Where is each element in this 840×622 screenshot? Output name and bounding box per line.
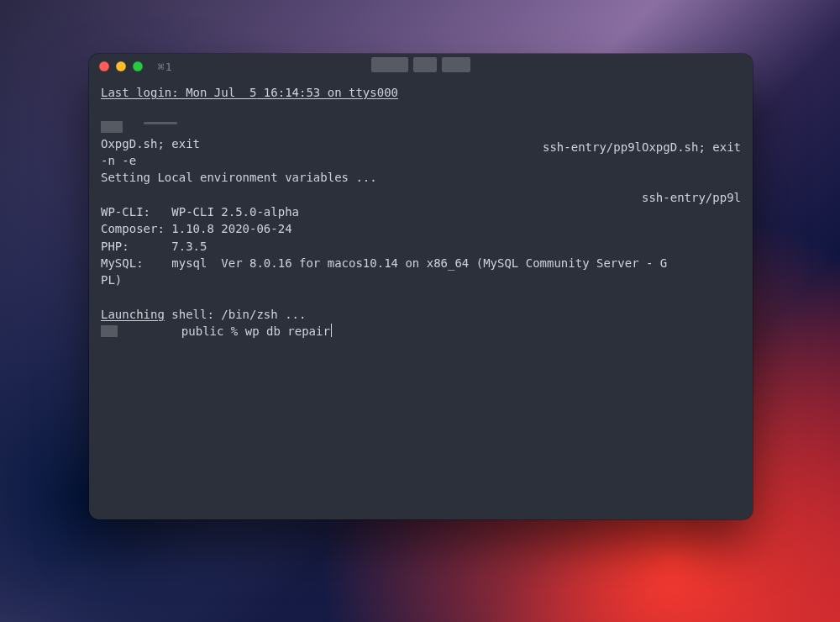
last-login-line: Last login: Mon Jul 5 (101, 86, 256, 99)
line-composer: Composer: 1.10.8 2020-06-24 (101, 222, 292, 235)
tab-label: ⌘1 (158, 61, 173, 73)
line-launching: Launching (101, 308, 165, 321)
shell-prompt[interactable]: public % wp db repair (118, 324, 330, 338)
desktop-background: ⌘1 ssh-entry/pp9lOxpgD.sh; exit ssh-entr… (0, 0, 840, 622)
line-php: PHP: 7.3.5 (101, 240, 207, 253)
title-redactions (371, 57, 470, 72)
line-setenv: Setting Local environment variables ... (101, 171, 377, 184)
line-ne: -n -e (101, 154, 136, 167)
terminal-window[interactable]: ⌘1 ssh-entry/pp9lOxpgD.sh; exit ssh-entr… (89, 54, 753, 519)
line-mysql-2: PL) (101, 273, 122, 287)
window-controls (99, 61, 143, 71)
line-mysql: MySQL: mysql Ver 8.0.16 for macos10.14 o… (101, 256, 667, 270)
text-cursor-icon (331, 324, 332, 337)
line-oxpgd: OxpgD.sh; exit (101, 137, 200, 150)
line-wpcli: WP-CLI: WP-CLI 2.5.0-alpha (101, 205, 299, 219)
close-icon[interactable] (99, 61, 109, 71)
window-titlebar: ⌘1 (89, 54, 753, 79)
minimize-icon[interactable] (116, 61, 126, 71)
terminal-output[interactable]: Last login: Mon Jul 5 16:14:53 on ttys00… (89, 79, 753, 351)
zoom-icon[interactable] (133, 61, 143, 71)
